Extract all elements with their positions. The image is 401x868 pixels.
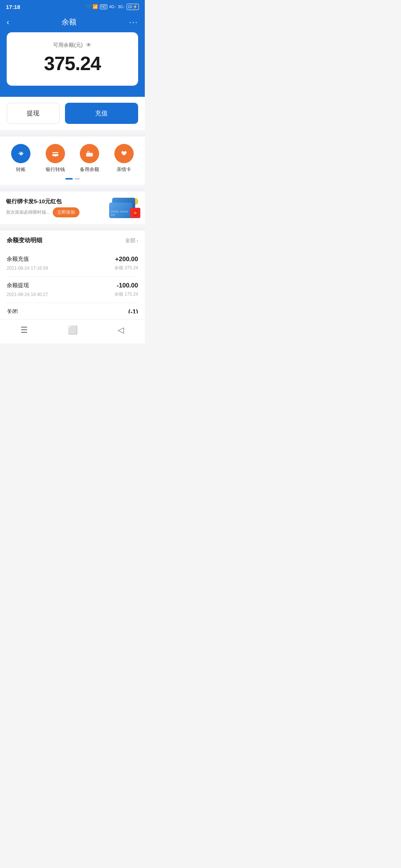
transfer-label: 转账: [16, 166, 26, 173]
status-time: 17:18: [6, 4, 20, 10]
tx-name-2: 余额提现: [7, 282, 29, 289]
promo-subtitle: 首次添加必得限时福...: [6, 209, 50, 216]
signal-3g-icon: 3G↑: [118, 5, 124, 9]
back-nav-icon: ◁: [118, 325, 124, 335]
tx-name-3: 关闭: [7, 308, 18, 313]
transaction-item-3: 关闭 (-1): [7, 303, 138, 313]
action-buttons: 提现 充值: [0, 97, 145, 130]
promo-add-button[interactable]: 立即添加: [53, 207, 79, 217]
signal-4g-icon: 4G↑: [109, 5, 116, 9]
section-header: 余额变动明细 全部 ›: [7, 237, 138, 244]
services-row: ¥ 转账 ¥ 银行转钱: [4, 144, 141, 173]
services-card: ¥ 转账 ¥ 银行转钱: [0, 137, 145, 185]
dot-inactive: [75, 178, 80, 180]
bank-transfer-label: 银行转钱: [46, 166, 65, 173]
wifi-icon: 📶: [92, 4, 98, 9]
hd-label: HD: [100, 4, 107, 9]
divider-2: [0, 188, 145, 191]
section-title: 余额变动明细: [7, 237, 42, 244]
svg-point-9: [88, 152, 89, 153]
status-bar: 17:18 🛡 📶 HD 4G↑ 3G↑ 10 ⚡: [0, 0, 145, 13]
page-title: 余额: [62, 17, 76, 27]
dot-active: [65, 178, 73, 180]
status-icons: 🛡 📶 HD 4G↑ 3G↑ 10 ⚡: [86, 4, 139, 10]
transfer-icon: ¥: [11, 144, 30, 163]
card-number-dots: 0000 0000 00: [111, 210, 130, 217]
promo-image: 🪙 0000 0000 00 🧧: [109, 197, 139, 219]
menu-icon: ☰: [20, 325, 28, 335]
promo-sub-row: 首次添加必得限时福... 立即添加: [6, 207, 109, 217]
bank-transfer-icon: ¥: [46, 144, 65, 163]
divider-1: [0, 134, 145, 137]
red-envelope-icon: 🧧: [130, 208, 140, 218]
eye-icon[interactable]: 👁: [86, 42, 92, 49]
family-card-icon: [114, 144, 134, 163]
tx-balance-1: 余额 375.24: [114, 265, 138, 271]
backup-balance-label: 备用余额: [80, 166, 99, 173]
withdraw-button[interactable]: 提现: [7, 103, 60, 124]
tx-name-1: 余额充值: [7, 256, 29, 263]
service-family-card[interactable]: 亲情卡: [114, 144, 134, 173]
transaction-item-1: 余额充值 +200.00 2021-08-24 17:16:59 余额 375.…: [7, 250, 138, 277]
tx-amount-1: +200.00: [115, 256, 138, 263]
tx-balance-2: 余额 175.24: [114, 291, 138, 297]
balance-label: 可用余额(元) 👁: [14, 42, 131, 49]
dots-indicator: [4, 178, 141, 182]
tx-amount-2: -100.00: [117, 282, 138, 289]
balance-amount: 375.24: [14, 52, 131, 75]
backup-balance-icon: [80, 144, 99, 163]
tx-date-2: 2021-08-24 16:40:27: [7, 292, 48, 297]
divider-3: [0, 228, 145, 231]
battery-indicator: 10 ⚡: [127, 4, 139, 10]
service-bank-transfer[interactable]: ¥ 银行转钱: [46, 144, 65, 173]
nav-home-button[interactable]: ⬜: [65, 324, 80, 336]
back-button[interactable]: ‹: [7, 18, 9, 26]
bank-card-illustration: 🪙 0000 0000 00 🧧: [109, 198, 139, 218]
balance-card: 可用余额(元) 👁 375.24: [0, 32, 145, 97]
promo-title: 银行绑卡发5-10元红包: [6, 198, 109, 205]
shield-icon: 🛡: [86, 4, 91, 10]
tx-date-1: 2021-08-24 17:16:59: [7, 266, 48, 271]
recharge-button[interactable]: 充值: [65, 103, 138, 124]
battery-level: 10: [128, 4, 132, 9]
family-card-label: 亲情卡: [117, 166, 131, 173]
card-front: 0000 0000 00: [109, 203, 132, 218]
transaction-item-2: 余额提现 -100.00 2021-08-24 16:40:27 余额 175.…: [7, 277, 138, 303]
page-header: ‹ 余额 ···: [0, 13, 145, 32]
nav-back-button[interactable]: ◁: [113, 324, 128, 336]
svg-rect-4: [52, 153, 58, 154]
view-all-button[interactable]: 全部 ›: [125, 237, 138, 244]
svg-text:¥: ¥: [55, 155, 56, 157]
bottom-navigation: ☰ ⬜ ◁: [0, 319, 145, 343]
tx-amount-3: (-1): [128, 308, 138, 313]
service-transfer[interactable]: ¥ 转账: [11, 144, 30, 173]
svg-rect-7: [86, 153, 93, 157]
nav-menu-button[interactable]: ☰: [17, 324, 32, 336]
transaction-section: 余额变动明细 全部 › 余额充值 +200.00 2021-08-24 17:1…: [0, 231, 145, 319]
battery-bolt: ⚡: [133, 4, 138, 9]
service-backup-balance[interactable]: 备用余额: [80, 144, 99, 173]
more-button[interactable]: ···: [129, 17, 138, 27]
promo-left: 银行绑卡发5-10元红包 首次添加必得限时福... 立即添加: [6, 198, 109, 217]
promo-banner: 银行绑卡发5-10元红包 首次添加必得限时福... 立即添加 🪙 0000 00…: [0, 191, 145, 224]
home-icon: ⬜: [68, 325, 78, 335]
chevron-right-icon: ›: [137, 238, 138, 243]
